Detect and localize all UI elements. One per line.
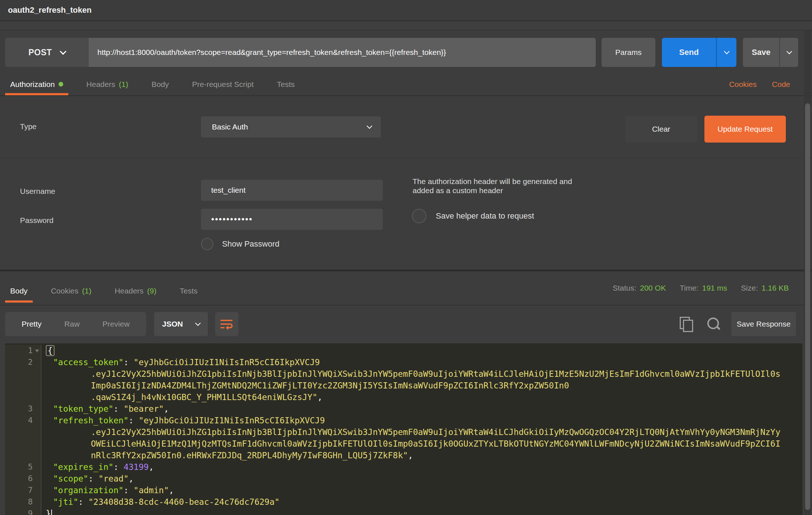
code-token: "bearer" bbox=[124, 404, 164, 414]
code-token: : bbox=[129, 416, 139, 425]
code-token: "eyJhbGciOiJIUzI1NiIsInR5cCI6IkpXVCJ9 bbox=[134, 358, 320, 367]
method-label: POST bbox=[28, 48, 52, 57]
username-field[interactable] bbox=[201, 180, 383, 201]
tab-label: Tests bbox=[180, 287, 197, 295]
send-options-caret[interactable] bbox=[717, 38, 736, 67]
line-number-gutter bbox=[5, 368, 41, 380]
time-pair: Time: 191 ms bbox=[680, 284, 727, 292]
code-token: nRlc3RfY2xpZW50In0.eHRWxFZDJDq_2RDPL4Dhy… bbox=[91, 451, 408, 460]
tab-label: Body bbox=[152, 80, 169, 89]
tab-headers[interactable]: Headers(9) bbox=[109, 272, 161, 305]
response-body-viewer[interactable]: 1{2"access_token": "eyJhbGciOiJIUzI1NiIs… bbox=[5, 343, 803, 515]
code-token: "23408d38-8cdc-4460-beac-24c76dc7629a" bbox=[88, 497, 280, 507]
code-token: "expires_in" bbox=[53, 462, 113, 472]
code-line-row: .qawS1Z4j_h4vNx10GBC_Y_PHM1LLSQt64eniWLG… bbox=[5, 391, 803, 403]
tab-label: Authorization bbox=[10, 80, 55, 89]
tab-tests[interactable]: Tests bbox=[174, 272, 202, 305]
show-password-control: Show Password bbox=[201, 238, 280, 250]
code-line-row: 3"token_type": "bearer", bbox=[5, 403, 803, 415]
line-number-gutter: 2 bbox=[5, 356, 41, 368]
request-tabs: AuthorizationHeaders(1)BodyPre-request S… bbox=[0, 73, 812, 96]
line-number-gutter bbox=[5, 438, 41, 450]
format-select[interactable]: JSON bbox=[154, 312, 208, 336]
save-button[interactable]: Save bbox=[743, 38, 798, 67]
request-bar: POST http://host1:8000/oauth/token?scope… bbox=[5, 38, 798, 67]
search-icon[interactable] bbox=[707, 317, 720, 331]
code-token: Imp0aSI6IjIzNDA4ZDM4LThjZGMtNDQ2MC1iZWFj… bbox=[91, 381, 569, 390]
url-input[interactable]: http://host1:8000/oauth/token?scope=read… bbox=[89, 38, 596, 67]
tab-label: Headers bbox=[114, 287, 143, 295]
code-token: "scope" bbox=[53, 474, 88, 483]
divider bbox=[0, 158, 812, 158]
code-token: .eyJ1c2VyX25hbWUiOiJhZG1pbiIsInNjb3BlIjp… bbox=[91, 369, 780, 379]
update-request-button[interactable]: Update Request bbox=[704, 116, 786, 143]
chevron-down-icon bbox=[367, 123, 373, 129]
view-mode-raw[interactable]: Raw bbox=[64, 320, 80, 328]
code-line: Imp0aSI6IjIzNDA4ZDM4LThjZGMtNDQ2MC1iZWFj… bbox=[41, 380, 569, 391]
code-line: "organization": "admin", bbox=[41, 484, 174, 496]
time-value: 191 ms bbox=[702, 284, 727, 292]
cookies-link[interactable]: Cookies bbox=[729, 80, 757, 89]
code-line-row: 7"organization": "admin", bbox=[5, 484, 803, 496]
view-mode-preview[interactable]: Preview bbox=[102, 320, 130, 328]
code-token: , bbox=[317, 392, 322, 402]
code-token: "jti" bbox=[53, 497, 78, 507]
code-token: "access_token" bbox=[53, 358, 124, 367]
code-token: , bbox=[149, 462, 154, 472]
save-helper-label: Save helper data to request bbox=[436, 211, 534, 221]
tab-cookies[interactable]: Cookies(1) bbox=[46, 272, 97, 305]
tab-headers[interactable]: Headers(1) bbox=[81, 73, 133, 95]
tab-pre-request-script[interactable]: Pre-request Script bbox=[187, 73, 259, 95]
save-options-caret[interactable] bbox=[780, 38, 798, 67]
code-token: : bbox=[88, 474, 99, 483]
time-label: Time: bbox=[680, 284, 699, 292]
scrollbar[interactable] bbox=[804, 31, 811, 515]
text-cursor bbox=[51, 510, 52, 515]
tab-tests[interactable]: Tests bbox=[272, 73, 300, 95]
tab-body[interactable]: Body bbox=[146, 73, 174, 95]
tab-authorization[interactable]: Authorization bbox=[5, 73, 68, 95]
code-line: .eyJ1c2VyX25hbWUiOiJhZG1pbiIsInNjb3BlIjp… bbox=[41, 426, 780, 438]
code-token: "refresh_token" bbox=[53, 416, 129, 425]
code-token: "read" bbox=[99, 474, 129, 483]
method-dropdown[interactable]: POST bbox=[5, 38, 89, 67]
code-line-row: 9} bbox=[5, 508, 803, 515]
password-field[interactable] bbox=[201, 209, 383, 230]
chevron-down-icon bbox=[195, 320, 201, 326]
show-password-checkbox[interactable] bbox=[201, 238, 213, 250]
clear-button[interactable]: Clear bbox=[625, 116, 697, 143]
save-helper-checkbox[interactable] bbox=[412, 209, 426, 223]
copy-icon[interactable] bbox=[680, 317, 693, 331]
code-token: : bbox=[124, 358, 134, 367]
code-token: "admin" bbox=[134, 486, 169, 495]
code-token: , bbox=[408, 451, 413, 460]
line-number: 4 bbox=[28, 416, 33, 425]
code-line-row: nRlc3RfY2xpZW50In0.eHRWxFZDJDq_2RDPL4Dhy… bbox=[5, 450, 803, 461]
code-line-row: 4"refresh_token": "eyJhbGciOiJIUzI1NiIsI… bbox=[5, 415, 803, 426]
save-label[interactable]: Save bbox=[743, 38, 780, 67]
view-mode-pretty[interactable]: Pretty bbox=[21, 320, 41, 328]
line-number-gutter: 5 bbox=[5, 461, 41, 473]
params-button[interactable]: Params bbox=[602, 38, 655, 67]
send-label[interactable]: Send bbox=[662, 38, 717, 67]
code-token: { bbox=[46, 345, 55, 356]
line-number: 7 bbox=[28, 486, 33, 495]
code-line: { bbox=[41, 345, 55, 356]
fold-arrow-icon[interactable] bbox=[35, 350, 39, 352]
response-meta: Status: 200 OK Time: 191 ms Size: 1.16 K… bbox=[612, 284, 789, 292]
send-button[interactable]: Send bbox=[662, 38, 736, 67]
save-response-button[interactable]: Save Response bbox=[731, 312, 796, 336]
wrap-text-icon bbox=[220, 318, 234, 330]
tab-body[interactable]: Body bbox=[5, 272, 33, 305]
auth-configured-dot-icon bbox=[59, 82, 63, 87]
code-link[interactable]: Code bbox=[772, 80, 790, 89]
wrap-text-button[interactable] bbox=[215, 312, 238, 336]
status-label: Status: bbox=[612, 284, 636, 292]
status-pair: Status: 200 OK bbox=[612, 284, 666, 292]
tab-count-badge: (1) bbox=[82, 287, 92, 295]
auth-type-select[interactable]: Basic Auth bbox=[201, 116, 381, 137]
request-title: oauth2_refresh_token bbox=[8, 5, 92, 15]
tab-label: Tests bbox=[277, 80, 295, 89]
code-token: , bbox=[129, 474, 134, 483]
scrollbar-thumb[interactable] bbox=[805, 103, 810, 510]
